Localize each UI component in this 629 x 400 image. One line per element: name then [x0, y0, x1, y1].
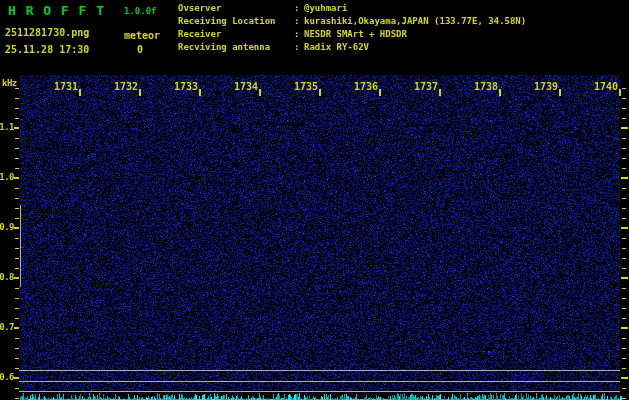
time-tick: [559, 89, 561, 96]
frequency-minor-tick-left: [15, 208, 19, 209]
frequency-minor-tick-right: [622, 158, 626, 159]
info-separator: :: [294, 29, 299, 39]
frequency-minor-tick-left: [15, 308, 19, 309]
frequency-major-tick-right: [621, 327, 628, 329]
frequency-minor-tick-right: [622, 338, 626, 339]
time-tick: [619, 89, 621, 96]
frequency-minor-tick-left: [15, 288, 19, 289]
frequency-minor-tick-right: [622, 388, 626, 389]
time-axis-label: 1733: [174, 81, 198, 92]
signal-level-canvas: [20, 392, 622, 400]
meteor-count-value: 0: [137, 44, 143, 55]
frequency-minor-tick-right: [622, 138, 626, 139]
info-label: Receiver: [178, 29, 221, 39]
frequency-major-tick-right: [621, 127, 628, 129]
time-tick: [199, 89, 201, 96]
time-tick: [319, 89, 321, 96]
frequency-minor-tick-right: [622, 208, 626, 209]
frequency-minor-tick-left: [15, 298, 19, 299]
time-tick: [439, 89, 441, 96]
frequency-major-tick-left: [14, 227, 19, 229]
frequency-minor-tick-right: [622, 188, 626, 189]
time-axis-label: 1740: [594, 81, 618, 92]
frequency-minor-tick-right: [622, 98, 626, 99]
meteor-count-label: meteor: [124, 30, 160, 41]
frequency-minor-tick-left: [15, 118, 19, 119]
frequency-axis-label: 0.6: [0, 372, 14, 382]
frequency-minor-tick-right: [622, 298, 626, 299]
frequency-major-tick-left: [14, 377, 19, 379]
frequency-axis-label: 0.9: [0, 222, 14, 232]
info-label: Receiving Location: [178, 16, 276, 26]
frequency-minor-tick-right: [622, 288, 626, 289]
frequency-major-tick-left: [14, 327, 19, 329]
info-value: kurashiki,Okayama,JAPAN (133.77E, 34.58N…: [304, 16, 526, 26]
time-axis-label: 1739: [534, 81, 558, 92]
frequency-minor-tick-right: [622, 318, 626, 319]
reference-line-middle: [19, 381, 620, 382]
time-axis-label: 1737: [414, 81, 438, 92]
frequency-minor-tick-right: [622, 118, 626, 119]
frequency-major-tick-left: [14, 127, 19, 129]
output-filename: 2511281730.png: [5, 27, 89, 38]
frequency-minor-tick-left: [15, 148, 19, 149]
frequency-minor-tick-left: [15, 218, 19, 219]
frequency-major-tick-right: [621, 227, 628, 229]
frequency-minor-tick-left: [15, 338, 19, 339]
frequency-minor-tick-left: [15, 318, 19, 319]
info-value: Radix RY-62V: [304, 42, 369, 52]
frequency-minor-tick-left: [15, 158, 19, 159]
frequency-minor-tick-right: [622, 368, 626, 369]
frequency-axis-label: 1.0: [0, 172, 14, 182]
time-axis-label: 1735: [294, 81, 318, 92]
info-separator: :: [294, 3, 299, 13]
frequency-major-tick-left: [14, 277, 19, 279]
frequency-minor-tick-left: [15, 368, 19, 369]
frequency-unit-label: kHz: [2, 78, 17, 88]
frequency-minor-tick-left: [15, 358, 19, 359]
time-tick: [259, 89, 261, 96]
frequency-minor-tick-right: [622, 88, 626, 89]
time-axis-label: 1738: [474, 81, 498, 92]
frequency-minor-tick-left: [15, 108, 19, 109]
reference-line-lower: [19, 391, 620, 392]
frequency-minor-tick-left: [15, 168, 19, 169]
frequency-minor-tick-left: [15, 98, 19, 99]
info-label: Recviving antenna: [178, 42, 270, 52]
time-tick: [499, 89, 501, 96]
frequency-axis-label: 1.1: [0, 122, 14, 132]
frequency-minor-tick-left: [15, 198, 19, 199]
app-version: 1.0.0f: [124, 6, 157, 16]
time-axis-label: 1732: [114, 81, 138, 92]
frequency-minor-tick-right: [622, 268, 626, 269]
frequency-minor-tick-left: [15, 398, 19, 399]
frequency-minor-tick-right: [622, 308, 626, 309]
time-axis-label: 1731: [54, 81, 78, 92]
frequency-minor-tick-right: [622, 198, 626, 199]
app-title: H R O F F T: [8, 3, 105, 18]
reference-line-upper: [19, 370, 620, 371]
frequency-minor-tick-left: [15, 248, 19, 249]
frequency-minor-tick-left: [15, 268, 19, 269]
time-tick: [379, 89, 381, 96]
info-value: NESDR SMArt + HDSDR: [304, 29, 407, 39]
time-tick: [79, 89, 81, 96]
frequency-minor-tick-left: [15, 88, 19, 89]
info-value: @yuhmari: [304, 3, 347, 13]
frequency-major-tick-right: [621, 177, 628, 179]
info-separator: :: [294, 42, 299, 52]
frequency-major-tick-right: [621, 377, 628, 379]
time-tick: [139, 89, 141, 96]
frequency-minor-tick-left: [15, 348, 19, 349]
info-label: Ovserver: [178, 3, 221, 13]
frequency-minor-tick-left: [15, 258, 19, 259]
frequency-minor-tick-right: [622, 108, 626, 109]
frequency-minor-tick-right: [622, 398, 626, 399]
observation-datetime: 25.11.28 17:30: [5, 44, 89, 55]
frequency-major-tick-right: [621, 277, 628, 279]
frequency-minor-tick-right: [622, 148, 626, 149]
time-axis-label: 1734: [234, 81, 258, 92]
frequency-minor-tick-left: [15, 238, 19, 239]
frequency-minor-tick-left: [15, 188, 19, 189]
frequency-minor-tick-right: [622, 348, 626, 349]
